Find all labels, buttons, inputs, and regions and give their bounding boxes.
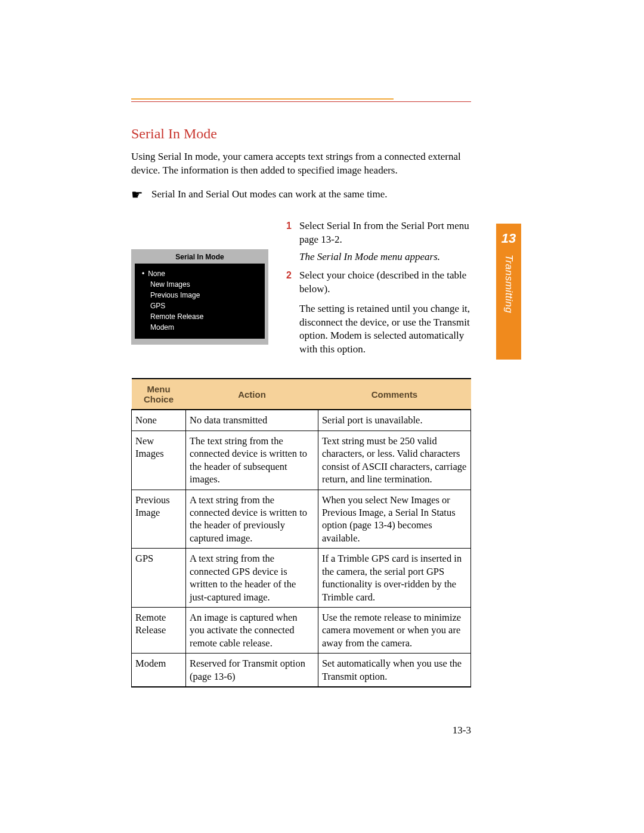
cell-action: No data transmitted [186,410,318,431]
cell-action: An image is captured when you activate t… [186,608,318,654]
table-row: Remote Release An image is captured when… [132,608,471,654]
menu-item: Previous Image [142,290,259,301]
cell-comments: Serial port is unavailable. [318,410,470,431]
step-2: 2 Select your choice (described in the t… [286,269,471,296]
step-number: 1 [286,219,299,247]
menu-item: Remote Release [142,311,259,322]
table-row: Previous Image A text string from the co… [132,490,471,549]
rule-divider [131,101,471,102]
cell-action: A text string from the connected device … [186,490,318,549]
step-result: The Serial In Mode menu appears. [299,250,471,264]
col-header-comments: Comments [318,379,470,410]
cell-comments: Text string must be 250 valid characters… [318,431,470,490]
cell-choice: GPS [132,549,186,608]
step-note: The setting is retained until you change… [299,302,471,357]
step-1: 1 Select Serial In from the Serial Port … [286,219,471,247]
cell-choice: Remote Release [132,608,186,654]
table-row: None No data transmitted Serial port is … [132,410,471,431]
table-row: Modem Reserved for Transmit option (page… [132,654,471,687]
chapter-side-tab: 13 Transmitting [496,224,521,360]
chapter-label: Transmitting [503,255,515,313]
cell-action: A text string from the connected GPS dev… [186,549,318,608]
page-number: 13-3 [453,724,471,736]
cell-comments: Set automatically when you use the Trans… [318,654,470,687]
table-row: GPS A text string from the connected GPS… [132,549,471,608]
pointer-icon: ☛ [131,188,143,202]
menu-item: Modem [142,322,259,333]
page-content: Serial In Mode Using Serial In mode, you… [131,98,471,688]
steps-column: 1 Select Serial In from the Serial Port … [286,219,471,357]
section-title: Serial In Mode [131,126,471,142]
cell-action: Reserved for Transmit option (page 13-6) [186,654,318,687]
intro-paragraph: Using Serial In mode, your camera accept… [131,150,471,178]
cell-comments: Use the remote release to minimize camer… [318,608,470,654]
cell-choice: New Images [132,431,186,490]
cell-choice: Previous Image [132,490,186,549]
step-text: Select your choice (described in the tab… [299,269,471,296]
menu-item-selected: None [142,268,259,279]
cell-choice: None [132,410,186,431]
cell-action: The text string from the connected devic… [186,431,318,490]
menu-screenshot: Serial In Mode None New Images Previous … [131,249,268,357]
rule-accent [131,98,394,100]
step-text: Select Serial In from the Serial Port me… [299,219,471,247]
note-text: Serial In and Serial Out modes can work … [151,188,388,200]
col-header-action: Action [186,379,318,410]
cell-comments: If a Trimble GPS card is inserted in the… [318,549,470,608]
menu-item: New Images [142,279,259,290]
menu-screenshot-title: Serial In Mode [135,253,265,264]
menu-item: GPS [142,301,259,311]
modes-table: Menu Choice Action Comments None No data… [131,378,471,688]
note-row: ☛ Serial In and Serial Out modes can wor… [131,188,471,202]
cell-comments: When you select New Images or Previous I… [318,490,470,549]
chapter-number: 13 [496,224,521,246]
cell-choice: Modem [132,654,186,687]
table-row: New Images The text string from the conn… [132,431,471,490]
col-header-choice: Menu Choice [132,379,186,410]
step-number: 2 [286,269,299,296]
